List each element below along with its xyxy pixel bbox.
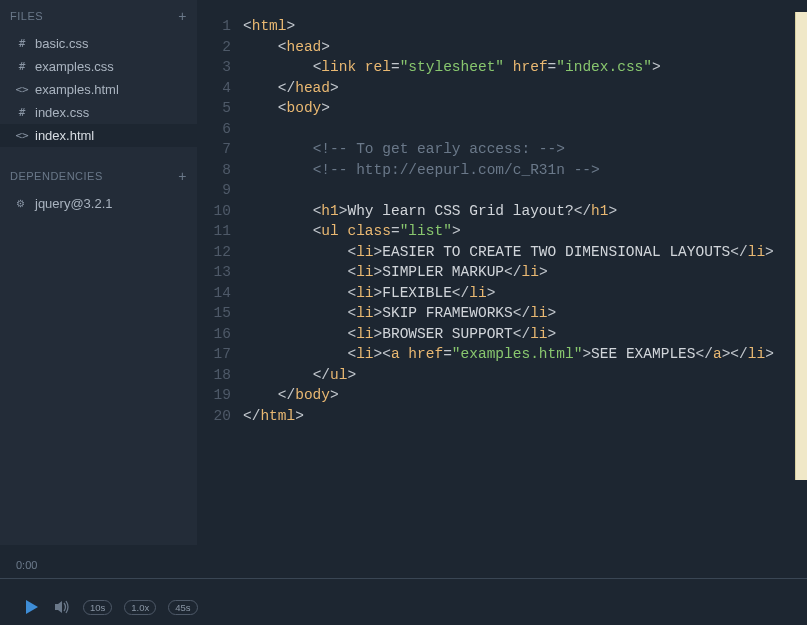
line-number: 11 bbox=[197, 221, 231, 242]
dependencies-header: DEPENDENCIES + bbox=[0, 160, 197, 192]
file-item[interactable]: <>index.html bbox=[0, 124, 197, 147]
line-number: 4 bbox=[197, 78, 231, 99]
line-number: 15 bbox=[197, 303, 231, 324]
code-line[interactable]: <link rel="stylesheet" href="index.css"> bbox=[243, 57, 807, 78]
code-line[interactable]: </html> bbox=[243, 406, 807, 427]
code-line[interactable]: <head> bbox=[243, 37, 807, 58]
files-header: FILES + bbox=[0, 0, 197, 32]
code-line[interactable]: <li>SKIP FRAMEWORKS</li> bbox=[243, 303, 807, 324]
package-icon: ⚙ bbox=[16, 198, 28, 209]
css-file-icon: # bbox=[16, 38, 28, 50]
playback-time: 0:00 bbox=[16, 559, 37, 571]
line-number: 14 bbox=[197, 283, 231, 304]
code-line[interactable]: <h1>Why learn CSS Grid layout?</h1> bbox=[243, 201, 807, 222]
css-file-icon: # bbox=[16, 61, 28, 73]
code-line[interactable]: <!-- To get early access: --> bbox=[243, 139, 807, 160]
code-line[interactable]: <html> bbox=[243, 16, 807, 37]
code-editor[interactable]: 1234567891011121314151617181920 <html> <… bbox=[197, 0, 807, 545]
add-dependency-button[interactable]: + bbox=[178, 168, 187, 184]
playback-speed-button[interactable]: 1.0x bbox=[124, 600, 156, 615]
code-line[interactable]: <li><a href="examples.html">SEE EXAMPLES… bbox=[243, 344, 807, 365]
line-number: 5 bbox=[197, 98, 231, 119]
files-header-label: FILES bbox=[10, 10, 43, 22]
preview-pane-edge bbox=[795, 12, 807, 480]
line-number: 19 bbox=[197, 385, 231, 406]
line-number: 20 bbox=[197, 406, 231, 427]
code-line[interactable]: <li>BROWSER SUPPORT</li> bbox=[243, 324, 807, 345]
volume-icon[interactable] bbox=[53, 598, 71, 616]
line-number: 17 bbox=[197, 344, 231, 365]
timeline-track[interactable] bbox=[0, 578, 807, 579]
html-file-icon: <> bbox=[16, 84, 28, 96]
file-item[interactable]: #index.css bbox=[0, 101, 197, 124]
file-item[interactable]: #basic.css bbox=[0, 32, 197, 55]
code-line[interactable]: <li>EASIER TO CREATE TWO DIMENSIONAL LAY… bbox=[243, 242, 807, 263]
file-name: index.css bbox=[35, 105, 89, 120]
line-number: 2 bbox=[197, 37, 231, 58]
file-name: examples.css bbox=[35, 59, 114, 74]
code-line[interactable]: <li>FLEXIBLE</li> bbox=[243, 283, 807, 304]
line-number: 1 bbox=[197, 16, 231, 37]
code-content[interactable]: <html> <head> <link rel="stylesheet" hre… bbox=[243, 16, 807, 545]
code-line[interactable]: </body> bbox=[243, 385, 807, 406]
line-number: 16 bbox=[197, 324, 231, 345]
file-name: basic.css bbox=[35, 36, 88, 51]
playback-bar: 0:00 10s 1.0x 45s bbox=[0, 545, 807, 625]
line-number: 6 bbox=[197, 119, 231, 140]
css-file-icon: # bbox=[16, 107, 28, 119]
code-line[interactable] bbox=[243, 119, 807, 140]
dependencies-header-label: DEPENDENCIES bbox=[10, 170, 103, 182]
code-line[interactable] bbox=[243, 180, 807, 201]
code-line[interactable]: <!-- http://eepurl.com/c_R31n --> bbox=[243, 160, 807, 181]
line-number: 10 bbox=[197, 201, 231, 222]
play-button[interactable] bbox=[23, 598, 41, 616]
code-line[interactable]: </ul> bbox=[243, 365, 807, 386]
line-number: 12 bbox=[197, 242, 231, 263]
add-file-button[interactable]: + bbox=[178, 8, 187, 24]
line-number: 8 bbox=[197, 160, 231, 181]
skip-forward-button[interactable]: 45s bbox=[168, 600, 197, 615]
dependency-item[interactable]: ⚙jquery@3.2.1 bbox=[0, 192, 197, 215]
code-line[interactable]: <ul class="list"> bbox=[243, 221, 807, 242]
line-number: 9 bbox=[197, 180, 231, 201]
sidebar: FILES + #basic.css#examples.css<>example… bbox=[0, 0, 197, 545]
file-item[interactable]: <>examples.html bbox=[0, 78, 197, 101]
file-name: examples.html bbox=[35, 82, 119, 97]
dependency-name: jquery@3.2.1 bbox=[35, 196, 113, 211]
code-line[interactable]: <li>SIMPLER MARKUP</li> bbox=[243, 262, 807, 283]
code-line[interactable]: </head> bbox=[243, 78, 807, 99]
dependency-list: ⚙jquery@3.2.1 bbox=[0, 192, 197, 215]
line-number: 18 bbox=[197, 365, 231, 386]
file-list: #basic.css#examples.css<>examples.html#i… bbox=[0, 32, 197, 147]
file-item[interactable]: #examples.css bbox=[0, 55, 197, 78]
skip-back-button[interactable]: 10s bbox=[83, 600, 112, 615]
line-number: 3 bbox=[197, 57, 231, 78]
file-name: index.html bbox=[35, 128, 94, 143]
line-number-gutter: 1234567891011121314151617181920 bbox=[197, 16, 243, 545]
line-number: 7 bbox=[197, 139, 231, 160]
line-number: 13 bbox=[197, 262, 231, 283]
html-file-icon: <> bbox=[16, 130, 28, 142]
code-line[interactable]: <body> bbox=[243, 98, 807, 119]
